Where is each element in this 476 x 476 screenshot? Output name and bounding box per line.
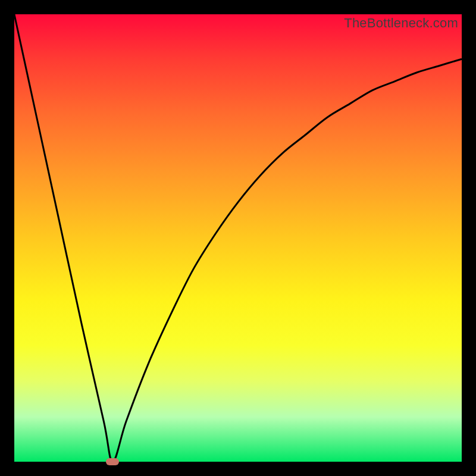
chart-frame: TheBottleneck.com bbox=[14, 14, 462, 462]
bottleneck-curve bbox=[14, 14, 462, 462]
curve-path bbox=[14, 14, 462, 462]
optimal-point-marker bbox=[106, 458, 119, 465]
